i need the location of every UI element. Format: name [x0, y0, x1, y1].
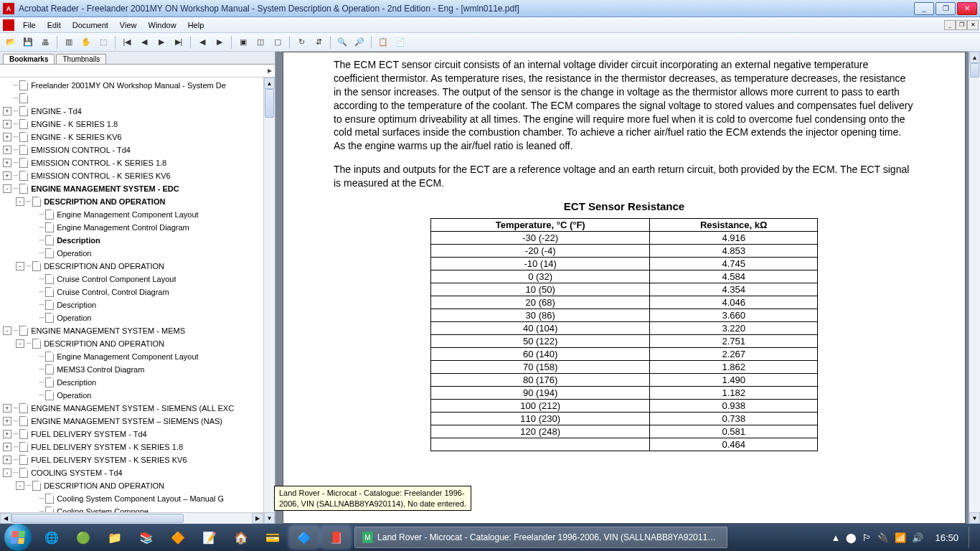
bookmark-item[interactable]: ····Freelander 2001MY ON Workshop Manual…	[3, 79, 275, 92]
menu-document[interactable]: Document	[67, 19, 114, 31]
fit-width-icon[interactable]: ◫	[253, 34, 268, 50]
paste-icon[interactable]: 📄	[392, 34, 408, 50]
menu-file[interactable]: File	[17, 19, 42, 31]
taskbar-clock[interactable]: 16:50	[935, 532, 958, 543]
bookmark-item[interactable]: ····Description	[3, 376, 275, 389]
bookmark-item[interactable]: ····Operation	[3, 247, 275, 260]
bookmark-item[interactable]: +····ENGINE MANAGEMENT SYSTEM - SIEMENS …	[3, 402, 275, 415]
tray-app-icon[interactable]: ⬤	[846, 532, 857, 543]
bookmark-item[interactable]: +····ENGINE - K SERIES 1.8	[3, 118, 275, 131]
scroll-down-icon[interactable]: ▼	[264, 512, 275, 524]
bookmark-item[interactable]: +····ENGINE MANAGEMENT SYSTEM – SIEMENS …	[3, 415, 275, 428]
prev-page-icon[interactable]: ◀	[136, 34, 152, 50]
tray-action-center-icon[interactable]: 🏳	[862, 532, 872, 543]
bookmark-item[interactable]: ····Cooling System Compone	[3, 505, 275, 512]
bookmark-item[interactable]: ····	[3, 92, 275, 105]
bookmarks-options-button[interactable]	[0, 65, 275, 77]
open-file-icon[interactable]: 📂	[3, 34, 19, 50]
tray-network-icon[interactable]: 📶	[895, 532, 906, 543]
collapse-icon[interactable]: -	[16, 197, 24, 206]
nav-pane-icon[interactable]: ▥	[61, 34, 77, 50]
scrollbar-thumb[interactable]	[970, 63, 979, 77]
hand-tool-icon[interactable]: ✋	[78, 34, 94, 50]
scroll-up-icon[interactable]: ▲	[264, 77, 275, 89]
expand-icon[interactable]: +	[3, 120, 11, 128]
rotate-icon[interactable]: ↻	[293, 34, 309, 50]
bookmark-item[interactable]: ····Cruise Control, Control Diagram	[3, 286, 275, 298]
bookmark-item[interactable]: +····FUEL DELIVERY SYSTEM - K SERIES KV6	[3, 453, 275, 466]
bookmark-item[interactable]: ····Engine Management Component Layout	[3, 350, 275, 363]
collapse-icon[interactable]: -	[16, 339, 24, 348]
reflow-icon[interactable]: ⇵	[311, 34, 326, 50]
bookmark-item[interactable]: +····EMISSION CONTROL - K SERIES KV6	[3, 169, 275, 182]
search-icon[interactable]: 🔎	[352, 34, 367, 50]
tray-volume-icon[interactable]: 🔊	[912, 532, 923, 543]
taskbar-pin-explorer[interactable]: 📁	[100, 527, 129, 548]
bookmark-item[interactable]: +····FUEL DELIVERY SYSTEM - Td4	[3, 428, 275, 441]
window-minimize-button[interactable]: _	[914, 2, 934, 15]
collapse-icon[interactable]: -	[16, 262, 24, 270]
next-view-icon[interactable]: ▶	[212, 34, 227, 50]
expand-icon[interactable]: +	[3, 159, 11, 167]
taskbar-pin-ie[interactable]: 🌐	[37, 527, 66, 548]
save-icon[interactable]: 💾	[20, 34, 36, 50]
document-vertical-scrollbar[interactable]: ▲ ▼	[969, 52, 980, 524]
scroll-left-icon[interactable]: ◀	[0, 513, 11, 524]
taskbar-pin-vlc[interactable]: 🔶	[164, 527, 192, 548]
collapse-icon[interactable]: -	[3, 184, 11, 193]
tray-power-icon[interactable]: 🔌	[877, 532, 889, 543]
menu-help[interactable]: Help	[182, 19, 210, 31]
bookmark-item[interactable]: ····Description	[3, 234, 275, 247]
bookmark-item[interactable]: +····FUEL DELIVERY SYSTEM - K SERIES 1.8	[3, 441, 275, 453]
expand-icon[interactable]: +	[3, 146, 11, 154]
sidebar-horizontal-scrollbar[interactable]: ◀ ▶	[0, 512, 263, 524]
taskbar-acrobat[interactable]: 📕	[321, 527, 350, 548]
mdi-minimize-button[interactable]: _	[944, 20, 956, 30]
tray-show-hidden-icon[interactable]: ▲	[831, 532, 841, 543]
bookmark-item[interactable]: ····Cruise Control Component Layout	[3, 273, 275, 286]
prev-view-icon[interactable]: ◀	[194, 34, 210, 50]
start-button[interactable]	[4, 524, 32, 551]
taskbar-pin-notepad[interactable]: 📝	[195, 527, 224, 548]
expand-icon[interactable]: +	[3, 430, 11, 438]
bookmark-item[interactable]: +····ENGINE - K SERIES KV6	[3, 131, 275, 143]
expand-icon[interactable]: +	[3, 107, 11, 116]
fit-page-icon[interactable]: ▣	[235, 34, 251, 50]
expand-icon[interactable]: +	[3, 443, 11, 451]
taskbar-pin-chrome[interactable]: 🟢	[69, 527, 98, 548]
tab-thumbnails[interactable]: Thumbnails	[56, 54, 106, 64]
tab-bookmarks[interactable]: Bookmarks	[3, 54, 55, 64]
bookmark-item[interactable]: -····ENGINE MANAGEMENT SYSTEM - EDC	[3, 182, 275, 195]
find-icon[interactable]: 🔍	[334, 34, 350, 50]
sidebar-vertical-scrollbar[interactable]: ▲ ▼	[263, 77, 275, 524]
expand-icon[interactable]: +	[3, 404, 11, 413]
expand-icon[interactable]: +	[3, 171, 11, 180]
bookmark-item[interactable]: ····Engine Management Component Layout	[3, 208, 275, 221]
scroll-right-icon[interactable]: ▶	[252, 513, 263, 524]
bookmark-item[interactable]: ····Cooling System Component Layout – Ma…	[3, 492, 275, 505]
document-viewport[interactable]: The ECM ECT sensor circuit consists of a…	[275, 52, 980, 524]
expand-icon[interactable]: +	[3, 417, 11, 425]
actual-size-icon[interactable]: ▢	[270, 34, 286, 50]
taskbar-pin-app[interactable]: 💳	[258, 527, 287, 548]
last-page-icon[interactable]: ▶|	[171, 34, 187, 50]
bookmark-item[interactable]: +····ENGINE - Td4	[3, 105, 275, 118]
first-page-icon[interactable]: |◀	[119, 34, 135, 50]
bookmark-item[interactable]: -····DESCRIPTION AND OPERATION	[3, 479, 275, 492]
collapse-icon[interactable]: -	[3, 326, 11, 335]
bookmark-item[interactable]: ····Description	[3, 298, 275, 311]
bookmark-item[interactable]: +····EMISSION CONTROL - Td4	[3, 143, 275, 156]
bookmark-item[interactable]: -····DESCRIPTION AND OPERATION	[3, 337, 275, 350]
show-desktop-button[interactable]	[969, 527, 976, 548]
window-maximize-button[interactable]: ❐	[936, 2, 956, 15]
bookmark-item[interactable]: -····DESCRIPTION AND OPERATION	[3, 195, 275, 208]
taskbar-pin-app[interactable]: 🏠	[227, 527, 255, 548]
expand-icon[interactable]: +	[3, 456, 11, 464]
expand-icon[interactable]: +	[3, 133, 11, 141]
mdi-close-button[interactable]: ✕	[967, 20, 979, 30]
bookmark-item[interactable]: ····Operation	[3, 311, 275, 324]
bookmark-item[interactable]: ····MEMS3 Control Diagram	[3, 363, 275, 376]
next-page-icon[interactable]: ▶	[154, 34, 169, 50]
print-icon[interactable]: 🖶	[37, 34, 53, 50]
scrollbar-thumb[interactable]	[11, 514, 184, 523]
